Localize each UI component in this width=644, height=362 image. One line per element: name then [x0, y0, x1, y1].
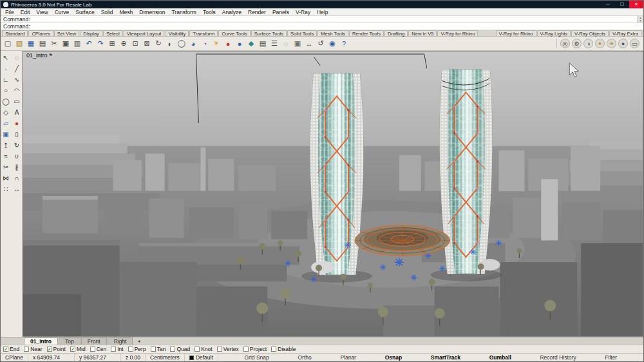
checkbox[interactable]: [90, 347, 95, 352]
viewport-tab[interactable]: Top: [59, 338, 80, 345]
surface-icon[interactable]: ▱: [1, 119, 11, 128]
extrude-icon[interactable]: ↥: [1, 140, 11, 150]
redo-icon[interactable]: ↷: [95, 38, 106, 50]
command-scrollbar[interactable]: ▲ ▼: [637, 16, 643, 23]
status-toggle[interactable]: SmartTrack: [428, 354, 463, 361]
toolbar-tab[interactable]: Surface Tools: [251, 30, 287, 36]
menu-item[interactable]: Help: [314, 9, 331, 15]
menu-item[interactable]: Surface: [72, 9, 97, 15]
vray-render-icon[interactable]: ◎: [560, 39, 570, 48]
viewport-tab[interactable]: 01_intro: [24, 338, 58, 345]
viewport-tabs-menu-icon[interactable]: ◂: [137, 338, 140, 345]
pan-icon[interactable]: ⊞: [106, 38, 118, 50]
help-icon[interactable]: ?: [338, 38, 350, 50]
menu-item[interactable]: Analyze: [219, 9, 245, 15]
boolean-union-icon[interactable]: ∪: [12, 151, 22, 161]
join-icon[interactable]: ⋈: [1, 173, 11, 183]
vray-sun-icon[interactable]: ☀: [607, 39, 616, 48]
vray-sphere-icon[interactable]: ●: [618, 39, 628, 48]
checkbox[interactable]: [128, 347, 133, 352]
toolbar-tab[interactable]: Mesh Tools: [317, 30, 348, 36]
maximize-button[interactable]: ☐: [615, 1, 629, 8]
osnap-toggle[interactable]: Point: [47, 346, 66, 352]
status-toggle[interactable]: Record History: [537, 354, 578, 361]
checkbox[interactable]: [194, 347, 200, 352]
toolbar-tab[interactable]: Display: [80, 30, 102, 36]
cut-icon[interactable]: ✂: [48, 38, 60, 50]
arc-icon[interactable]: ◠: [12, 86, 22, 95]
sphere-blue-icon[interactable]: ●: [234, 38, 245, 50]
toolbar-tab[interactable]: CPlanes: [28, 30, 53, 36]
osnap-toggle[interactable]: Quad: [170, 346, 190, 352]
checkbox[interactable]: [151, 347, 156, 352]
checkbox[interactable]: [24, 347, 29, 352]
viewport-title[interactable]: 01_intro ⚑: [26, 52, 53, 59]
box-icon[interactable]: ▣: [1, 129, 11, 139]
osnap-toggle[interactable]: End: [3, 346, 19, 352]
menu-item[interactable]: Dimension: [136, 9, 168, 15]
toolbar-tab[interactable]: Visibility: [165, 30, 189, 36]
layer-button[interactable]: Default: [185, 354, 218, 361]
scroll-down-icon[interactable]: ▼: [639, 19, 641, 23]
rotate-view-icon[interactable]: ↻: [153, 38, 164, 50]
osnap-toggle[interactable]: Disable: [271, 346, 296, 352]
menu-item[interactable]: View: [33, 9, 51, 15]
toolbar-tab[interactable]: New in V5: [408, 30, 437, 36]
osnap-toggle[interactable]: Int: [111, 346, 123, 352]
toolbar-tab[interactable]: Set View: [54, 30, 79, 36]
text-icon[interactable]: A: [12, 108, 22, 117]
status-toggle[interactable]: Osnap: [383, 354, 404, 361]
material-icon[interactable]: ◆: [245, 38, 257, 50]
minimize-button[interactable]: ─: [601, 1, 615, 8]
toolbar-tab[interactable]: Standard: [2, 30, 28, 36]
vray-options-icon[interactable]: ⚙: [572, 39, 582, 48]
checkbox[interactable]: [70, 347, 75, 352]
command-input-row[interactable]: Command:: [1, 23, 643, 30]
close-button[interactable]: ✕: [629, 1, 643, 8]
menu-item[interactable]: Tools: [200, 9, 219, 15]
render-icon[interactable]: ◕: [187, 38, 199, 50]
status-toggle[interactable]: Grid Snap: [242, 354, 271, 361]
vray-toolbar-tab[interactable]: V-Ray Extra: [609, 30, 641, 36]
print-icon[interactable]: ▤: [37, 38, 48, 50]
point-icon[interactable]: ∙: [1, 64, 11, 73]
trim-icon[interactable]: ✂: [1, 162, 11, 172]
osnap-toggle[interactable]: Mid: [70, 346, 86, 352]
osnap-toggle[interactable]: Near: [24, 346, 42, 352]
menu-item[interactable]: Edit: [17, 9, 33, 15]
status-toggle[interactable]: Gumball: [487, 354, 514, 361]
toolbar-tab[interactable]: Render Tools: [349, 30, 384, 36]
menu-item[interactable]: Transform: [168, 9, 199, 15]
viewport-tab[interactable]: Right: [108, 338, 133, 345]
checkbox[interactable]: [243, 347, 249, 352]
loft-icon[interactable]: ≈: [1, 151, 11, 161]
undo-icon[interactable]: ↶: [83, 38, 95, 50]
menu-item[interactable]: Solid: [98, 9, 117, 15]
toolbar-tab[interactable]: Curve Tools: [218, 30, 250, 36]
sphere-red-icon[interactable]: ●: [222, 38, 234, 50]
split-icon[interactable]: ∦: [12, 162, 22, 172]
vray-toolbar-tab[interactable]: V-Ray Objects: [571, 30, 609, 36]
status-toggle[interactable]: Ortho: [295, 354, 314, 361]
vray-toolbar-tab[interactable]: V-Ray for Rhino: [496, 30, 536, 36]
osnap-toggle[interactable]: Tan: [151, 346, 166, 352]
vray-frame-buffer-icon[interactable]: ▭: [630, 39, 639, 48]
status-toggle[interactable]: Filter: [602, 354, 620, 361]
vray-material-editor-icon[interactable]: ◑: [583, 39, 593, 48]
wireframe-view-icon[interactable]: ◯: [176, 38, 187, 50]
lock-icon[interactable]: ▣: [292, 38, 303, 50]
toolbar-tab[interactable]: Solid Tools: [287, 30, 317, 36]
menu-item[interactable]: File: [2, 9, 17, 15]
checkbox[interactable]: [170, 347, 175, 352]
sphere-icon[interactable]: ●: [12, 119, 22, 128]
osnap-toggle[interactable]: Perp: [128, 346, 146, 352]
checkbox[interactable]: [47, 347, 52, 352]
select-lasso-icon[interactable]: ◌: [12, 53, 22, 62]
menu-item[interactable]: Panels: [269, 9, 292, 15]
vray-light-icon[interactable]: ✦: [595, 39, 605, 48]
layers-icon[interactable]: ▤: [257, 38, 269, 50]
osnap-toggle[interactable]: Cen: [90, 346, 107, 352]
ellipse-icon[interactable]: ◯: [1, 97, 11, 106]
checkbox[interactable]: [111, 347, 116, 352]
paste-icon[interactable]: ▥: [71, 38, 83, 50]
